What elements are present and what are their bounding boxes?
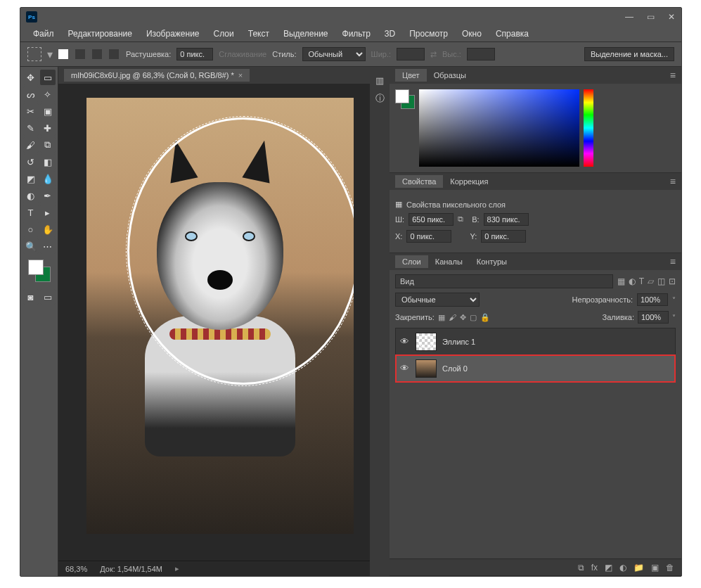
- dodge-tool[interactable]: ◐: [23, 188, 39, 203]
- prop-h-input[interactable]: [484, 213, 529, 226]
- blur-tool[interactable]: 💧: [40, 171, 56, 186]
- visibility-icon[interactable]: 👁: [400, 336, 410, 347]
- canvas-image[interactable]: [86, 98, 354, 534]
- menu-view[interactable]: Просмотр: [404, 27, 454, 40]
- zoom-tool[interactable]: 🔍: [23, 238, 39, 254]
- menu-3d[interactable]: 3D: [379, 27, 401, 40]
- gradient-tool[interactable]: ◩: [23, 171, 39, 186]
- zoom-level[interactable]: 68,3%: [65, 565, 87, 573]
- layer-name[interactable]: Слой 0: [442, 364, 468, 373]
- menu-edit[interactable]: Редактирование: [63, 27, 138, 40]
- frame-tool[interactable]: ▣: [40, 103, 56, 119]
- blend-mode-select[interactable]: Обычные: [395, 293, 480, 307]
- filter-adjust-icon[interactable]: ◐: [629, 276, 636, 286]
- tab-layers[interactable]: Слои: [395, 255, 428, 268]
- filter-pixel-icon[interactable]: ▦: [617, 276, 625, 286]
- history-brush-tool[interactable]: ↺: [23, 154, 39, 170]
- selection-add-icon[interactable]: [75, 49, 85, 59]
- lock-position-icon[interactable]: ✥: [460, 313, 466, 322]
- type-tool[interactable]: T: [23, 205, 39, 220]
- tab-adjustments[interactable]: Коррекция: [443, 175, 495, 188]
- hand-tool[interactable]: ✋: [40, 222, 56, 237]
- layer-name[interactable]: Эллипс 1: [442, 338, 475, 346]
- color-field[interactable]: [419, 89, 579, 167]
- tab-paths[interactable]: Контуры: [470, 255, 514, 268]
- heal-tool[interactable]: ✚: [40, 120, 56, 136]
- menu-select[interactable]: Выделение: [278, 27, 334, 40]
- link-wh-icon[interactable]: ⧉: [458, 215, 468, 224]
- feather-input[interactable]: [176, 48, 213, 60]
- fill-input[interactable]: [638, 311, 669, 324]
- lasso-tool[interactable]: ᔕ: [23, 87, 39, 102]
- layer-thumbnail[interactable]: [416, 333, 437, 351]
- menu-layer[interactable]: Слои: [208, 27, 240, 40]
- lock-all-icon[interactable]: 🔒: [480, 313, 490, 322]
- close-button[interactable]: ✕: [667, 13, 676, 21]
- magic-wand-tool[interactable]: ✧: [40, 87, 56, 102]
- color-panel-swatches[interactable]: [395, 89, 415, 109]
- canvas-viewport[interactable]: [58, 84, 370, 561]
- minimize-button[interactable]: —: [625, 13, 634, 21]
- tab-swatches[interactable]: Образцы: [427, 69, 473, 82]
- lock-artboard-icon[interactable]: ▢: [470, 313, 477, 322]
- panel-menu-icon[interactable]: ≡: [670, 176, 676, 187]
- style-select[interactable]: Обычный: [302, 47, 366, 61]
- tab-color[interactable]: Цвет: [395, 69, 427, 82]
- layer-item-ellipse[interactable]: 👁 Эллипс 1: [396, 328, 675, 355]
- brush-tool[interactable]: 🖌: [23, 137, 39, 153]
- status-chevron-icon[interactable]: ▸: [175, 564, 179, 573]
- new-layer-icon[interactable]: ▣: [651, 563, 659, 573]
- menu-filter[interactable]: Фильтр: [337, 27, 376, 40]
- lock-transparent-icon[interactable]: ▦: [438, 313, 445, 322]
- move-tool[interactable]: ✥: [23, 70, 39, 85]
- tab-channels[interactable]: Каналы: [428, 255, 470, 268]
- selection-intersect-icon[interactable]: [109, 49, 119, 59]
- opacity-input[interactable]: [637, 293, 668, 306]
- menu-file[interactable]: Файл: [27, 27, 60, 40]
- panel-menu-icon[interactable]: ≡: [670, 256, 676, 267]
- eraser-tool[interactable]: ◧: [40, 154, 56, 170]
- document-tab[interactable]: mIh09iC8x6U.jpg @ 68,3% (Слой 0, RGB/8#)…: [64, 69, 250, 82]
- select-and-mask-button[interactable]: Выделение и маска...: [584, 47, 674, 61]
- layer-thumbnail[interactable]: [416, 359, 437, 378]
- tab-properties[interactable]: Свойства: [395, 175, 443, 188]
- layer-item-background[interactable]: 👁 Слой 0: [396, 355, 675, 382]
- hue-slider[interactable]: [584, 89, 593, 167]
- menu-image[interactable]: Изображение: [141, 27, 205, 40]
- layer-mask-icon[interactable]: ◩: [605, 563, 612, 573]
- prop-x-input[interactable]: [406, 230, 451, 243]
- marquee-tool-icon[interactable]: [27, 47, 41, 61]
- stamp-tool[interactable]: ⧉: [40, 137, 56, 153]
- maximize-button[interactable]: ▭: [646, 13, 655, 21]
- delete-layer-icon[interactable]: 🗑: [666, 563, 674, 573]
- lock-pixels-icon[interactable]: 🖌: [449, 313, 456, 321]
- group-icon[interactable]: 📁: [634, 563, 644, 573]
- prop-y-input[interactable]: [481, 230, 526, 243]
- filter-shape-icon[interactable]: ▱: [648, 276, 654, 286]
- edit-toolbar[interactable]: ⋯: [40, 238, 56, 254]
- shape-tool[interactable]: ○: [23, 222, 39, 237]
- pen-tool[interactable]: ✒: [40, 188, 56, 203]
- menu-type[interactable]: Текст: [243, 27, 275, 40]
- quickmask-tool[interactable]: ◙: [23, 289, 39, 305]
- opacity-chevron-icon[interactable]: ˅: [672, 296, 676, 304]
- prop-w-input[interactable]: [409, 213, 454, 226]
- filter-smart-icon[interactable]: ◫: [657, 276, 665, 286]
- eyedropper-tool[interactable]: ✎: [23, 120, 39, 136]
- dock-history-icon[interactable]: ▥: [373, 74, 386, 87]
- selection-subtract-icon[interactable]: [92, 49, 102, 59]
- filter-toggle-icon[interactable]: ⊡: [669, 276, 676, 286]
- filter-type-icon[interactable]: T: [639, 276, 644, 286]
- layer-filter-input[interactable]: [395, 274, 613, 288]
- close-tab-icon[interactable]: ×: [238, 71, 243, 79]
- path-select-tool[interactable]: ▸: [40, 205, 56, 220]
- foreground-color-swatch[interactable]: [28, 260, 44, 275]
- adjustment-layer-icon[interactable]: ◐: [619, 563, 626, 573]
- marquee-tool[interactable]: ▭: [40, 70, 56, 85]
- link-layers-icon[interactable]: ⧉: [578, 563, 584, 573]
- selection-new-icon[interactable]: [58, 49, 68, 59]
- dock-info-icon[interactable]: ⓘ: [373, 92, 386, 105]
- fill-chevron-icon[interactable]: ˅: [672, 314, 676, 321]
- panel-menu-icon[interactable]: ≡: [670, 70, 676, 81]
- screenmode-tool[interactable]: ▭: [40, 289, 56, 305]
